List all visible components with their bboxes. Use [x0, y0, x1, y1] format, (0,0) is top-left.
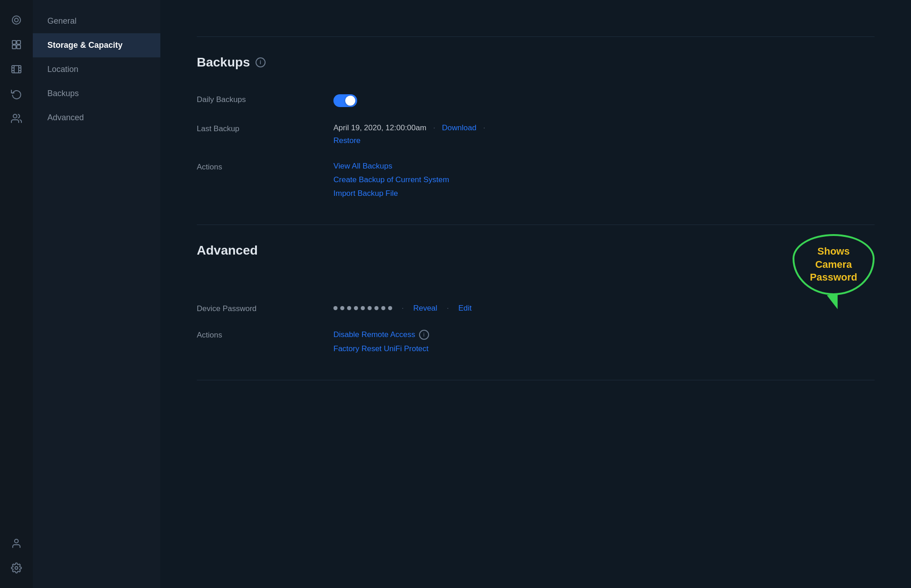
daily-backups-toggle[interactable] — [333, 94, 357, 107]
advanced-actions-row: Actions Disable Remote Access i Factory … — [197, 322, 875, 362]
dot-5 — [361, 306, 365, 310]
disable-remote-info-icon[interactable]: i — [419, 330, 429, 340]
advanced-section-title: Advanced — [197, 243, 258, 258]
top-divider — [197, 36, 875, 37]
film-icon[interactable] — [5, 58, 27, 80]
edit-link[interactable]: Edit — [458, 304, 471, 313]
device-password-value: · Reveal · Edit — [333, 304, 875, 313]
sidebar-item-backups[interactable]: Backups — [33, 82, 160, 106]
advanced-actions-label: Actions — [197, 330, 333, 340]
dot-sep-1: · — [431, 123, 437, 133]
sidebar-item-general[interactable]: General — [33, 9, 160, 33]
dot-7 — [374, 306, 379, 310]
last-backup-value: April 19, 2020, 12:00:00am · Download · … — [333, 123, 875, 145]
icon-sidebar — [0, 0, 33, 588]
nav-sidebar: General Storage & Capacity Location Back… — [33, 0, 160, 588]
dot-sep-2: · — [481, 123, 487, 133]
svg-point-7 — [13, 114, 17, 118]
backups-actions-list: View All Backups Create Backup of Curren… — [333, 162, 875, 198]
daily-backups-label: Daily Backups — [197, 94, 333, 104]
users-icon[interactable] — [5, 107, 27, 129]
svg-rect-5 — [17, 45, 20, 49]
backups-actions-row: Actions View All Backups Create Backup o… — [197, 153, 875, 206]
backups-actions-label: Actions — [197, 162, 333, 172]
daily-backups-row: Daily Backups — [197, 86, 875, 115]
disable-remote-access-link[interactable]: Disable Remote Access — [333, 330, 415, 339]
svg-point-0 — [12, 16, 20, 24]
download-link[interactable]: Download — [442, 123, 476, 133]
speech-bubble-text: ShowsCameraPassword — [808, 245, 859, 284]
svg-point-9 — [15, 567, 18, 569]
factory-reset-link[interactable]: Factory Reset UniFi Protect — [333, 344, 875, 353]
create-backup-link[interactable]: Create Backup of Current System — [333, 175, 875, 184]
dot-3 — [347, 306, 351, 310]
settings-icon[interactable] — [5, 557, 27, 579]
dot-sep-4: · — [445, 304, 451, 313]
device-password-label: Device Password — [197, 303, 333, 313]
dot-8 — [381, 306, 385, 310]
restore-link[interactable]: Restore — [333, 136, 361, 145]
svg-rect-3 — [17, 41, 20, 44]
last-backup-date: April 19, 2020, 12:00:00am — [333, 123, 426, 133]
backups-section-title: Backups i — [197, 55, 875, 70]
dot-sep-3: · — [399, 304, 406, 313]
last-backup-label: Last Backup — [197, 123, 333, 133]
camera-icon[interactable] — [5, 9, 27, 31]
reveal-link[interactable]: Reveal — [413, 304, 437, 313]
backups-section: Backups i Daily Backups Last Backup Apri… — [197, 55, 875, 206]
import-backup-link[interactable]: Import Backup File — [333, 189, 875, 198]
advanced-section: Advanced ShowsCameraPassword Device Pass… — [197, 243, 875, 362]
dot-6 — [368, 306, 372, 310]
svg-rect-2 — [12, 41, 16, 44]
advanced-actions-value: Disable Remote Access i Factory Reset Un… — [333, 330, 875, 353]
last-backup-row: Last Backup April 19, 2020, 12:00:00am ·… — [197, 115, 875, 153]
backups-actions-value: View All Backups Create Backup of Curren… — [333, 162, 875, 198]
view-all-backups-link[interactable]: View All Backups — [333, 162, 875, 171]
svg-rect-6 — [12, 66, 21, 73]
sidebar-item-advanced[interactable]: Advanced — [33, 106, 160, 130]
sidebar-item-storage[interactable]: Storage & Capacity — [33, 33, 160, 57]
advanced-actions-list: Disable Remote Access i Factory Reset Un… — [333, 330, 875, 353]
user-icon[interactable] — [5, 532, 27, 554]
device-password-row: Device Password · Reveal · Edit — [197, 295, 875, 322]
bottom-divider — [197, 380, 875, 380]
main-content: Backups i Daily Backups Last Backup Apri… — [160, 0, 911, 588]
dot-9 — [388, 306, 392, 310]
password-dots: · Reveal · Edit — [333, 304, 875, 313]
advanced-header-row: Advanced ShowsCameraPassword — [197, 243, 875, 295]
svg-point-1 — [15, 18, 18, 22]
backups-info-icon[interactable]: i — [256, 57, 266, 67]
grid-icon[interactable] — [5, 34, 27, 56]
dot-2 — [340, 306, 344, 310]
history-icon[interactable] — [5, 83, 27, 105]
sidebar-item-location[interactable]: Location — [33, 57, 160, 82]
dot-1 — [333, 306, 338, 310]
dot-4 — [354, 306, 358, 310]
middle-divider — [197, 225, 875, 225]
svg-point-8 — [15, 539, 18, 543]
speech-bubble-container: ShowsCameraPassword — [793, 234, 875, 295]
speech-bubble: ShowsCameraPassword — [793, 234, 875, 295]
svg-rect-4 — [12, 45, 16, 49]
daily-backups-value — [333, 94, 875, 107]
